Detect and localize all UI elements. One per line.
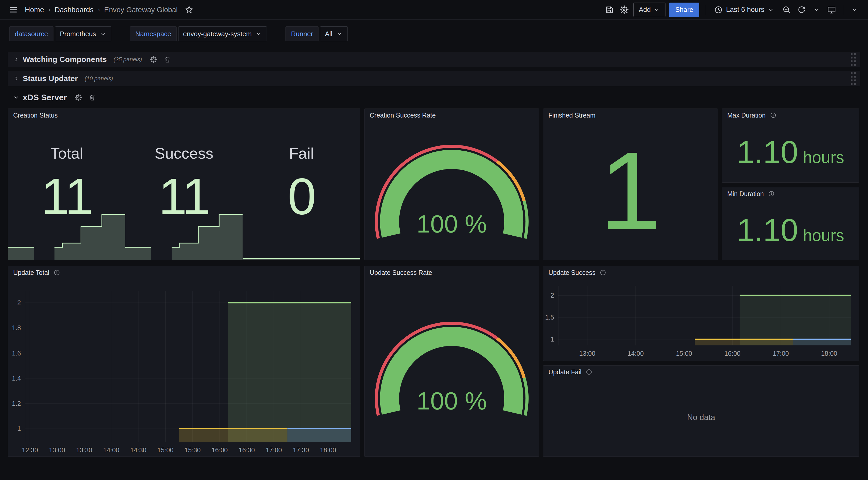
svg-text:1.2: 1.2 <box>12 400 21 407</box>
favorite-star-button[interactable] <box>183 4 195 16</box>
panel-header[interactable]: Finished Stream <box>543 109 718 122</box>
refresh-button[interactable] <box>796 4 807 16</box>
row-drag-handle[interactable] <box>851 72 856 85</box>
svg-text:1.6: 1.6 <box>12 350 21 357</box>
panel-title[interactable]: Min Duration <box>727 190 764 198</box>
breadcrumb-separator: › <box>48 6 51 14</box>
chevron-down-icon <box>336 30 343 37</box>
info-icon[interactable] <box>586 369 592 376</box>
row-drag-handle[interactable] <box>851 53 856 66</box>
time-range-picker[interactable]: Last 6 hours <box>711 3 777 17</box>
panel-update-total: Update Total 12:3013:0013:3014:0014:3015… <box>8 266 361 457</box>
svg-text:16:30: 16:30 <box>239 446 255 454</box>
menu-toggle-button[interactable] <box>8 4 19 16</box>
timeseries-update-success[interactable]: 13:0014:0015:0016:0017:0018:0011.52 <box>543 266 859 361</box>
panel-title[interactable]: Update Fail <box>549 368 582 376</box>
datasource-select[interactable]: Prometheus <box>55 26 111 41</box>
svg-text:15:00: 15:00 <box>157 446 174 454</box>
info-icon[interactable] <box>770 112 777 119</box>
row-status-updater[interactable]: Status Updater (10 panels) <box>8 71 860 86</box>
variable-datasource: datasource Prometheus <box>9 26 111 41</box>
panel-header[interactable]: Min Duration <box>722 187 859 200</box>
save-dashboard-button[interactable] <box>603 4 615 16</box>
stat-success: Success 11 <box>125 109 243 260</box>
hamburger-icon <box>9 5 18 14</box>
panel-header[interactable]: Max Duration <box>722 109 859 122</box>
svg-text:18:00: 18:00 <box>821 350 837 357</box>
svg-text:14:00: 14:00 <box>103 446 119 454</box>
chevron-down-icon <box>255 30 262 37</box>
stat-fail: Fail 0 <box>243 109 360 260</box>
stat-value: 1 <box>599 144 661 238</box>
row-delete-trash-icon[interactable] <box>89 94 96 101</box>
breadcrumb-home[interactable]: Home <box>25 6 44 14</box>
refresh-interval-button[interactable] <box>811 4 822 16</box>
svg-text:2: 2 <box>551 292 554 299</box>
gear-icon <box>620 5 628 14</box>
chevron-down-icon <box>653 6 660 13</box>
star-icon <box>185 5 193 14</box>
info-icon[interactable] <box>768 190 775 197</box>
variables-bar: datasource Prometheus Namespace envoy-ga… <box>0 20 868 48</box>
svg-text:15:30: 15:30 <box>184 446 201 454</box>
svg-text:14:00: 14:00 <box>627 350 644 357</box>
row-watching-components[interactable]: Watching Components (25 panels) <box>8 52 860 67</box>
row-title[interactable]: Status Updater <box>23 74 78 83</box>
datasource-value: Prometheus <box>60 30 96 38</box>
row-settings-gear-icon[interactable] <box>75 94 82 101</box>
gauge-creation-success-rate[interactable]: 100 % <box>365 122 539 260</box>
save-icon <box>605 5 614 14</box>
row-delete-trash-icon[interactable] <box>164 56 171 63</box>
row-title[interactable]: xDS Server <box>23 93 67 102</box>
share-button-label: Share <box>675 6 693 14</box>
collapse-toolbar-button[interactable] <box>849 4 860 16</box>
breadcrumb: Home › Dashboards › Envoy Gateway Global <box>25 6 178 14</box>
stat-total: Total 11 <box>8 109 125 260</box>
finished-stream-value-wrap: 1 <box>543 122 718 260</box>
svg-text:17:00: 17:00 <box>773 350 789 357</box>
stat-sparkline <box>243 214 360 260</box>
panel-min-duration: Min Duration 1.10 hours <box>722 187 859 260</box>
share-button[interactable]: Share <box>669 3 699 17</box>
panel-update-success-rate: Update Success Rate 100 % <box>364 266 539 457</box>
svg-text:2: 2 <box>17 299 21 306</box>
row-settings-gear-icon[interactable] <box>150 56 157 63</box>
grafana-dashboard: Home › Dashboards › Envoy Gateway Global <box>0 0 868 480</box>
gauge-update-success-rate[interactable]: 100 % <box>365 279 539 456</box>
svg-text:1: 1 <box>17 425 21 432</box>
panel-title[interactable]: Update Success Rate <box>370 269 432 276</box>
timeseries-update-total[interactable]: 12:3013:0013:3014:0014:3015:0015:3016:00… <box>8 266 360 456</box>
chevron-right-icon <box>13 56 20 63</box>
add-button[interactable]: Add <box>633 3 665 17</box>
time-range-label: Last 6 hours <box>726 6 765 14</box>
row-title[interactable]: Watching Components <box>23 55 107 64</box>
svg-text:16:00: 16:00 <box>212 446 228 454</box>
kiosk-mode-button[interactable] <box>826 4 837 16</box>
svg-text:12:30: 12:30 <box>22 446 38 454</box>
zoom-out-time-button[interactable] <box>781 4 792 16</box>
svg-text:1.5: 1.5 <box>545 313 554 321</box>
svg-text:1.4: 1.4 <box>12 374 21 382</box>
runner-select[interactable]: All <box>320 26 348 41</box>
refresh-icon <box>797 5 806 14</box>
chevron-down-icon <box>100 30 106 37</box>
chevron-down-icon <box>13 94 20 101</box>
panel-title[interactable]: Creation Success Rate <box>370 112 436 119</box>
dashboard-settings-button[interactable] <box>618 4 630 16</box>
svg-text:17:00: 17:00 <box>266 446 282 454</box>
namespace-select[interactable]: envoy-gateway-system <box>178 26 267 41</box>
panel-update-fail: Update Fail No data <box>543 365 859 457</box>
panel-title[interactable]: Finished Stream <box>549 112 595 119</box>
variable-namespace: Namespace envoy-gateway-system <box>130 26 267 41</box>
row-xds-server[interactable]: xDS Server <box>8 90 860 104</box>
breadcrumb-dashboards[interactable]: Dashboards <box>55 6 94 14</box>
panel-header[interactable]: Update Fail <box>543 365 859 379</box>
panel-title[interactable]: Max Duration <box>727 112 766 119</box>
panel-finished-stream: Finished Stream 1 <box>543 109 718 260</box>
panel-header[interactable]: Update Success Rate <box>365 266 539 279</box>
no-data-message: No data <box>543 379 859 456</box>
svg-text:1.8: 1.8 <box>12 324 21 331</box>
panel-header[interactable]: Creation Success Rate <box>365 109 539 122</box>
svg-text:17:30: 17:30 <box>293 446 309 454</box>
stat-unit: hours <box>803 226 844 245</box>
